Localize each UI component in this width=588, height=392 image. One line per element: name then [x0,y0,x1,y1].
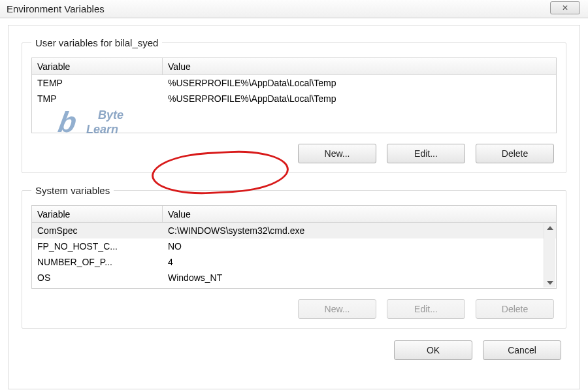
system-header-value[interactable]: Value [163,206,556,222]
system-variables-group: System variables Variable Value ComSpec … [22,185,566,329]
cell-value: %USERPROFILE%\AppData\Local\Temp [163,78,556,88]
cell-value: 4 [163,257,556,267]
dialog-button-row: OK Cancel [22,340,566,360]
scroll-up-icon [547,226,553,230]
cancel-button[interactable]: Cancel [483,340,561,360]
table-row[interactable]: TMP %USERPROFILE%\AppData\Local\Temp [32,91,556,106]
window-title: Environment Variables [7,3,105,14]
cell-value: C:\WINDOWS\system32\cmd.exe [163,225,556,236]
user-header-value[interactable]: Value [163,58,556,74]
system-new-button[interactable]: New... [298,299,376,319]
cell-variable: OS [32,272,163,283]
user-variables-table: Variable Value TEMP %USERPROFILE%\AppDat… [31,57,557,133]
scroll-down-icon [547,281,553,285]
titlebar: Environment Variables ✕ [0,0,588,18]
user-table-rows: TEMP %USERPROFILE%\AppData\Local\Temp TM… [32,75,556,108]
table-row[interactable]: FP_NO_HOST_C... NO [32,238,556,254]
system-group-legend: System variables [31,185,114,196]
system-table-rows: ComSpec C:\WINDOWS\system32\cmd.exe FP_N… [32,223,556,286]
user-button-row: New... Edit... Delete [31,144,557,163]
cell-variable: NUMBER_OF_P... [32,257,163,267]
close-icon: ✕ [562,3,568,12]
user-edit-button[interactable]: Edit... [387,144,465,163]
cell-variable: TEMP [32,78,163,88]
system-table-header: Variable Value [32,206,556,223]
cell-variable: FP_NO_HOST_C... [32,241,163,252]
ok-button[interactable]: OK [394,340,472,360]
user-new-button[interactable]: New... [298,144,376,163]
cell-value: %USERPROFILE%\AppData\Local\Temp [163,93,556,104]
system-delete-button[interactable]: Delete [476,299,554,319]
close-button[interactable]: ✕ [550,1,580,14]
cell-value: NO [163,241,556,252]
system-scrollbar[interactable] [544,223,555,287]
cell-variable: TMP [32,93,163,104]
system-variables-table: Variable Value ComSpec C:\WINDOWS\system… [31,205,557,289]
table-row[interactable]: ComSpec C:\WINDOWS\system32\cmd.exe [32,223,556,238]
cell-value: Windows_NT [163,272,556,283]
table-row[interactable]: TEMP %USERPROFILE%\AppData\Local\Temp [32,75,556,91]
cell-variable: ComSpec [32,225,163,236]
user-delete-button[interactable]: Delete [476,144,554,163]
dialog-body: User variables for bilal_syed Variable V… [8,25,580,389]
user-variables-group: User variables for bilal_syed Variable V… [22,37,566,173]
system-header-variable[interactable]: Variable [32,206,163,222]
system-edit-button[interactable]: Edit... [387,299,465,319]
user-table-header: Variable Value [32,58,556,75]
user-header-variable[interactable]: Variable [32,58,163,74]
user-group-legend: User variables for bilal_syed [31,37,162,48]
table-row[interactable]: NUMBER_OF_P... 4 [32,254,556,270]
table-row[interactable]: OS Windows_NT [32,270,556,286]
system-button-row: New... Edit... Delete [31,299,557,319]
